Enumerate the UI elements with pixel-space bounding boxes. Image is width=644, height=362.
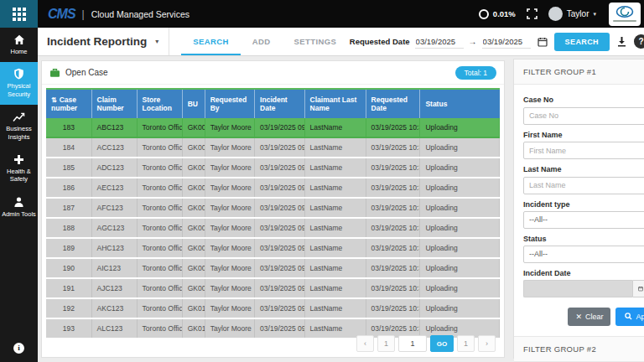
status-select[interactable]: --All-- <box>523 246 644 263</box>
sidebar-item-home[interactable]: Home <box>0 28 38 62</box>
table-cell: 03/19/2025 10:37 <box>366 218 420 238</box>
case-no-label: Case No <box>523 96 644 104</box>
incident-date-input[interactable] <box>523 280 632 297</box>
table-cell: 03/19/2025 09:00 <box>255 258 304 278</box>
table-cell: Taylor Moore <box>205 118 254 137</box>
table-cell: Uploading <box>420 178 500 198</box>
table-cell: Toronto Office <box>137 198 182 218</box>
last-name-input[interactable] <box>523 177 644 194</box>
table-row[interactable]: 192AKC123Toronto OfficeGK010Taylor Moore… <box>46 298 500 318</box>
filter-group-1-header[interactable]: FILTER GROUP #1 <box>514 59 644 85</box>
table-cell: LastName <box>304 137 366 158</box>
incident-type-select[interactable]: --All-- <box>523 211 644 229</box>
column-header-status[interactable]: Status <box>420 90 500 118</box>
table-row[interactable]: 190AIC123Toronto OfficeGK008Taylor Moore… <box>46 258 500 278</box>
last-name-label: Last Name <box>523 165 644 173</box>
table-row[interactable]: 187AFC123Toronto OfficeGK005Taylor Moore… <box>46 198 500 218</box>
column-header-requested-date[interactable]: Requested Date <box>366 90 420 118</box>
page-1-button-2[interactable]: 1 <box>457 335 475 352</box>
topbar: CMS | Cloud Managed Services 0.01% Taylo… <box>0 0 644 28</box>
pagination: ‹ 1 GO 1 › <box>356 335 496 352</box>
arrow-right-icon: → <box>469 37 477 46</box>
table-row[interactable]: 189AHC123Toronto OfficeGK007Taylor Moore… <box>46 238 500 258</box>
go-button[interactable]: GO <box>430 335 454 352</box>
table-cell: 03/19/2025 09:00 <box>255 158 304 178</box>
table-row[interactable]: 191AJC123Toronto OfficeGK009Taylor Moore… <box>46 278 500 298</box>
table-row[interactable]: 184ACC123Toronto OfficeGK002Taylor Moore… <box>46 137 500 158</box>
sidebar-item-physical-security[interactable]: Physical Security <box>0 62 38 105</box>
table-cell: GK002 <box>182 137 205 158</box>
tab-settings[interactable]: SETTINGS <box>283 28 349 55</box>
info-icon[interactable]: i <box>13 343 24 354</box>
table-cell: LastName <box>304 198 366 218</box>
table-cell: 03/19/2025 10:37 <box>366 158 420 178</box>
apps-grid-button[interactable] <box>0 0 38 28</box>
filter-panel: FILTER GROUP #1 Case NoFirst NameLast Na… <box>513 59 644 359</box>
first-name-input[interactable] <box>523 142 644 159</box>
incident-date-label: Incident Date <box>523 269 644 277</box>
table-cell: 03/19/2025 09:00 <box>255 238 304 258</box>
table-cell: 03/19/2025 09:00 <box>255 118 304 137</box>
column-header-bu[interactable]: BU <box>182 90 205 118</box>
date-to-input[interactable] <box>482 35 531 49</box>
table-cell: 03/19/2025 10:37 <box>366 178 420 198</box>
sidebar-item-health-safety[interactable]: Health & Safety <box>0 147 38 190</box>
table-row[interactable]: 186AEC123Toronto OfficeGK004Taylor Moore… <box>46 178 500 198</box>
table-cell: ABC123 <box>91 118 137 137</box>
search-button[interactable]: SEARCH <box>554 33 610 51</box>
fullscreen-icon[interactable] <box>527 8 538 19</box>
table-cell: Toronto Office <box>137 218 182 238</box>
table-cell: Toronto Office <box>137 238 182 258</box>
calendar-icon[interactable] <box>632 280 644 297</box>
total-badge[interactable]: Total: 1 <box>455 66 496 80</box>
table-cell: 03/19/2025 10:37 <box>366 278 420 298</box>
user-name: Taylor <box>567 9 589 18</box>
table-cell: GK011 <box>182 318 205 339</box>
table-cell: Uploading <box>420 218 500 238</box>
column-header-incident-date[interactable]: Incident Date <box>255 90 304 118</box>
date-from-input[interactable] <box>415 35 464 49</box>
tab-search[interactable]: SEARCH <box>181 28 241 55</box>
prev-page-button[interactable]: ‹ <box>356 335 374 352</box>
filter-group-1-body: Case NoFirst NameLast NameIncident type-… <box>514 85 644 336</box>
help-icon[interactable]: ? <box>634 34 644 49</box>
tab-add[interactable]: ADD <box>241 28 283 55</box>
table-row[interactable]: 183ABC123Toronto OfficeGK001Taylor Moore… <box>46 118 500 137</box>
incident-table: ⇅Case numberClaim NumberStore LocationBU… <box>46 90 500 339</box>
download-icon[interactable] <box>615 36 629 47</box>
calendar-icon[interactable] <box>536 37 549 47</box>
table-cell: GK007 <box>182 238 205 258</box>
table-cell: AEC123 <box>91 178 137 198</box>
table-cell: 03/19/2025 09:00 <box>255 198 304 218</box>
column-header-claimant-last-name[interactable]: Claimant Last Name <box>304 90 366 118</box>
user-menu[interactable]: Taylor ▾ <box>548 7 596 21</box>
table-row[interactable]: 185ADC123Toronto OfficeGK003Taylor Moore… <box>46 158 500 178</box>
magnifier-icon <box>625 313 632 320</box>
table-row[interactable]: 188AGC123Toronto OfficeGK006Taylor Moore… <box>46 218 500 238</box>
sidebar-item-label: Business Insights <box>1 125 37 141</box>
tab-bar: SEARCHADDSETTINGS <box>181 28 348 55</box>
chevron-down-icon: ▾ <box>593 11 596 18</box>
results-card: Open Case Total: 1 ⇅Case numberClaim Num… <box>41 60 505 358</box>
clear-button[interactable]: ✕Clear <box>568 308 610 326</box>
page-input[interactable] <box>398 335 427 352</box>
sidebar: HomePhysical SecurityBusiness InsightsHe… <box>0 28 38 362</box>
title-dropdown-caret[interactable]: ▾ <box>155 38 158 45</box>
table-cell: LastName <box>304 218 366 238</box>
column-header-case-number[interactable]: ⇅Case number <box>46 90 91 118</box>
column-header-claim-number[interactable]: Claim Number <box>91 90 137 118</box>
sidebar-item-business-insights[interactable]: Business Insights <box>0 105 38 147</box>
case-no-input[interactable] <box>523 107 644 125</box>
table-cell: Uploading <box>420 238 500 258</box>
table-cell: Toronto Office <box>137 118 182 137</box>
apply-button[interactable]: Apply <box>615 308 644 326</box>
next-page-button[interactable]: › <box>478 335 496 352</box>
usage-indicator[interactable]: 0.01% <box>479 9 516 19</box>
filter-group-2-header[interactable]: FILTER GROUP #2 <box>514 336 644 362</box>
table-cell: AHC123 <box>91 238 137 258</box>
page-1-button[interactable]: 1 <box>377 335 395 352</box>
column-header-requested-by[interactable]: Requested By <box>205 90 254 118</box>
sidebar-item-admin-tools[interactable]: Admin Tools <box>0 190 38 225</box>
table-cell: Toronto Office <box>137 278 182 298</box>
column-header-store-location[interactable]: Store Location <box>137 90 182 118</box>
